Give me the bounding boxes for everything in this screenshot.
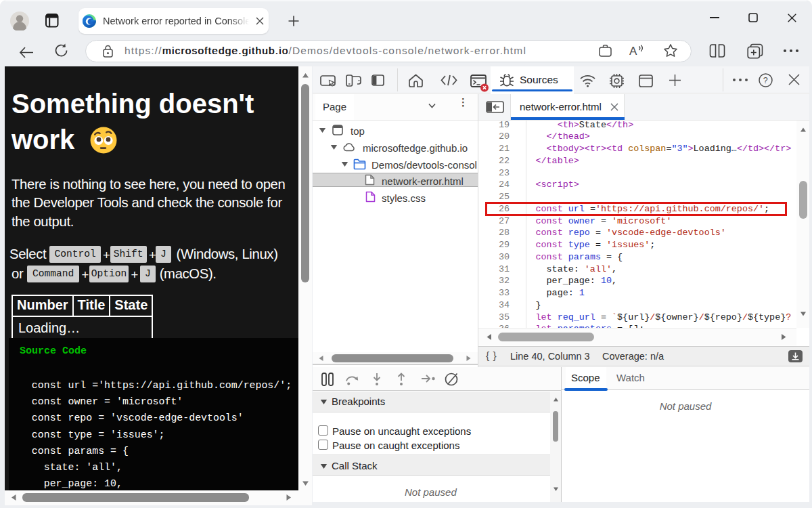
svg-text:?: ? <box>763 76 768 85</box>
svg-text:A: A <box>629 45 637 58</box>
